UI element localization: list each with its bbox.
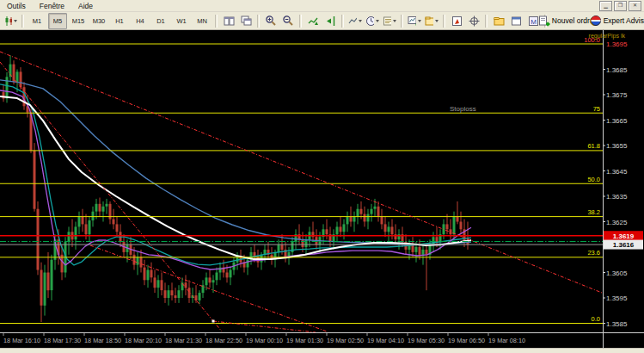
price-tick: 1.3665 xyxy=(606,117,628,125)
chart-canvas[interactable]: 100.01.36957561.850.038.223.60.01.36191.… xyxy=(0,0,644,353)
history-center-icon[interactable] xyxy=(491,13,506,29)
separator xyxy=(215,15,218,28)
time-axis: 18 Mar 16:1018 Mar 17:3018 Mar 18:5018 M… xyxy=(0,333,644,345)
timeframe-h1[interactable]: H1 xyxy=(110,13,129,29)
price-tick: 1.3685 xyxy=(606,66,628,74)
status-strip xyxy=(0,348,644,353)
time-tick: 18 Mar 22:50 xyxy=(205,337,242,344)
tile-windows-icon[interactable] xyxy=(221,13,236,29)
hlines-layer: 1.36191.3616 xyxy=(0,231,643,249)
crosshair-icon[interactable] xyxy=(466,13,481,29)
timeframe-w1[interactable]: W1 xyxy=(172,13,191,29)
new-order-button[interactable]: Nouvel ordre xyxy=(550,13,585,29)
fib-label: 0.0 xyxy=(592,315,600,323)
menu-outils[interactable]: Outils xyxy=(0,2,33,10)
price-tick: 1.3655 xyxy=(606,142,628,150)
time-tick: 18 Mar 16:10 xyxy=(3,337,40,344)
separator xyxy=(21,15,24,28)
fib-axis-price: 1.3695 xyxy=(606,40,628,48)
new-order-icon xyxy=(538,15,550,27)
zoom-out-icon[interactable] xyxy=(280,13,296,29)
time-tick: 19 Mar 00:10 xyxy=(246,337,283,344)
price-tick: 1.3605 xyxy=(606,269,628,277)
timeframe-h4[interactable]: H4 xyxy=(131,13,150,29)
timeframe-m15[interactable]: M15 xyxy=(69,13,88,29)
time-tick: 18 Mar 17:30 xyxy=(44,337,81,344)
fib-label: 23.6 xyxy=(587,249,600,257)
separator xyxy=(257,15,260,28)
time-tick: 19 Mar 04:10 xyxy=(367,337,404,344)
chevron-down-icon xyxy=(14,20,17,22)
fib-label: 50.0 xyxy=(587,176,600,183)
price-tick: 1.3675 xyxy=(606,91,628,99)
annotations-layer: StoplossregularPips lk xyxy=(450,33,625,113)
time-tick: 18 Mar 18:50 xyxy=(84,337,121,344)
mt4-window: { "window": { "menus": ["Outils", "Fenêt… xyxy=(0,0,644,353)
fib-label: 38.2 xyxy=(587,208,600,216)
stoploss-label: Stoploss xyxy=(450,105,476,113)
price-tick: 1.3645 xyxy=(606,168,628,176)
toolbar: M1 M5 M15 M30 H1 H4 D1 W1 MN M Nouvel or… xyxy=(0,12,644,30)
time-tick: 19 Mar 06:50 xyxy=(448,337,485,344)
price-tick: 1.3585 xyxy=(606,320,628,328)
chevron-down-icon xyxy=(435,20,439,22)
watermark: regularPips lk xyxy=(589,33,626,40)
fib-label: 75 xyxy=(593,105,600,113)
indicators-button[interactable] xyxy=(347,13,363,29)
expert-advisors-icon xyxy=(590,15,602,27)
candles-layer xyxy=(3,55,469,322)
timeframe-m5[interactable]: M5 xyxy=(48,13,67,29)
time-tick: 18 Mar 20:10 xyxy=(125,337,162,344)
window-controls: ▁ ❐ ✕ xyxy=(599,1,644,11)
minimize-button[interactable]: ▁ xyxy=(599,1,612,11)
chevron-down-icon xyxy=(418,20,421,22)
fib-label: 61.8 xyxy=(587,142,600,150)
separator xyxy=(401,15,403,28)
price-tick: 1.3595 xyxy=(606,294,628,302)
ma-white xyxy=(0,96,471,259)
auto-scroll-icon[interactable] xyxy=(305,13,321,29)
chevron-down-icon xyxy=(376,20,379,22)
chart-shift-icon[interactable] xyxy=(322,13,338,29)
price-axis: 1.36851.36751.36651.36551.36451.36351.36… xyxy=(603,28,628,348)
svg-text:M: M xyxy=(531,17,537,25)
cascade-windows-icon[interactable] xyxy=(238,13,254,29)
chevron-down-icon xyxy=(393,20,396,22)
time-tick: 19 Mar 05:30 xyxy=(408,337,445,344)
timeframe-m30[interactable]: M30 xyxy=(89,13,108,29)
separator xyxy=(299,15,302,28)
trendline-anchor xyxy=(212,320,215,323)
timeframe-mn[interactable]: MN xyxy=(193,13,212,29)
time-tick: 19 Mar 08:10 xyxy=(488,337,525,344)
separator xyxy=(341,15,344,28)
periods-button[interactable] xyxy=(365,13,380,29)
separator xyxy=(485,15,488,28)
navigator-icon[interactable] xyxy=(449,13,464,29)
svg-text:1.3616: 1.3616 xyxy=(613,241,635,249)
timeframe-m1[interactable]: M1 xyxy=(28,13,46,29)
templates-button[interactable] xyxy=(382,13,397,29)
menu-fenetre[interactable]: Fenêtre xyxy=(33,2,71,10)
price-tick: 1.3625 xyxy=(606,219,628,226)
expert-advisors-label: Expert Advisors xyxy=(604,16,644,25)
close-button[interactable]: ✕ xyxy=(629,1,641,11)
separator xyxy=(443,15,445,28)
svg-text:1.3619: 1.3619 xyxy=(613,232,635,240)
price-tick: 1.3635 xyxy=(606,193,628,201)
menu-aide[interactable]: Aide xyxy=(71,2,100,10)
time-tick: 19 Mar 01:30 xyxy=(286,337,323,344)
profiles-button[interactable] xyxy=(424,13,439,29)
time-tick: 19 Mar 02:50 xyxy=(327,337,364,344)
chevron-down-icon xyxy=(359,20,362,22)
trendlines-layer xyxy=(0,52,602,332)
expert-advisors-button[interactable]: Expert Advisors xyxy=(604,13,643,29)
data-window-icon[interactable] xyxy=(508,13,524,29)
restore-button[interactable]: ❐ xyxy=(614,1,627,11)
menu-bar: Outils Fenêtre Aide ▁ ❐ ✕ xyxy=(0,0,644,12)
chart-mode-button[interactable] xyxy=(3,13,18,29)
new-chart-button[interactable] xyxy=(407,13,422,29)
time-tick: 18 Mar 21:30 xyxy=(165,337,202,344)
zoom-in-icon[interactable] xyxy=(263,13,279,29)
timeframe-d1[interactable]: D1 xyxy=(151,13,170,29)
fibonacci-layer: 100.01.36957561.850.038.223.60.0 xyxy=(0,36,628,324)
